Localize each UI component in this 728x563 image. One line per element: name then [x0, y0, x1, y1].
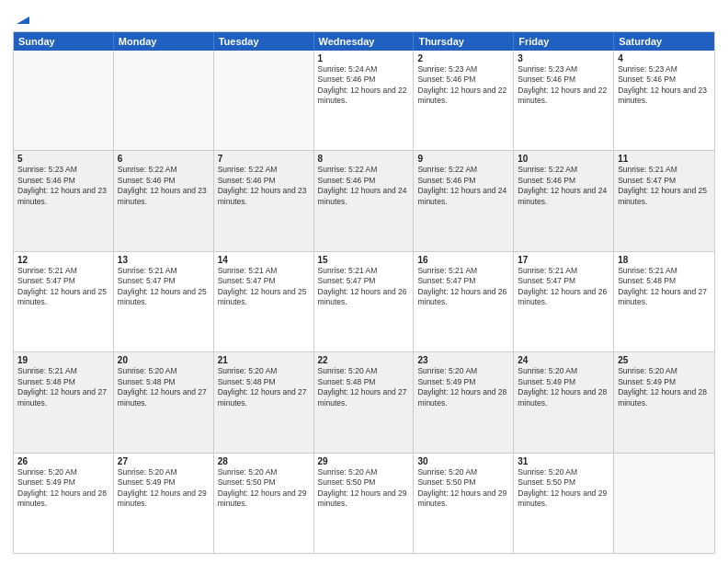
cell-info: Sunrise: 5:20 AMSunset: 5:48 PMDaylight:…: [318, 366, 410, 408]
calendar-cell: 2Sunrise: 5:23 AMSunset: 5:46 PMDaylight…: [414, 51, 514, 150]
day-number: 27: [118, 456, 210, 466]
cell-info: Sunrise: 5:20 AMSunset: 5:50 PMDaylight:…: [318, 467, 410, 510]
calendar-cell: 10Sunrise: 5:22 AMSunset: 5:46 PMDayligh…: [514, 151, 614, 250]
day-number: 30: [417, 456, 509, 466]
calendar-cell: 17Sunrise: 5:21 AMSunset: 5:47 PMDayligh…: [514, 252, 614, 351]
day-number: 15: [318, 255, 410, 265]
header-day-tuesday: Tuesday: [214, 32, 314, 51]
cell-info: Sunrise: 5:20 AMSunset: 5:49 PMDaylight:…: [118, 467, 210, 510]
day-number: 26: [17, 456, 109, 466]
header-day-sunday: Sunday: [14, 32, 114, 51]
cell-info: Sunrise: 5:23 AMSunset: 5:46 PMDaylight:…: [518, 64, 609, 107]
calendar-cell: 9Sunrise: 5:22 AMSunset: 5:46 PMDaylight…: [414, 151, 514, 250]
cell-info: Sunrise: 5:23 AMSunset: 5:46 PMDaylight:…: [417, 64, 509, 107]
day-number: 16: [417, 255, 509, 265]
calendar-cell: 18Sunrise: 5:21 AMSunset: 5:48 PMDayligh…: [614, 252, 714, 351]
calendar-cell: 5Sunrise: 5:23 AMSunset: 5:46 PMDaylight…: [14, 151, 114, 250]
day-number: 5: [17, 154, 109, 164]
calendar-cell: 6Sunrise: 5:22 AMSunset: 5:46 PMDaylight…: [114, 151, 214, 250]
calendar-cell: 21Sunrise: 5:20 AMSunset: 5:48 PMDayligh…: [214, 352, 314, 452]
calendar-cell: 28Sunrise: 5:20 AMSunset: 5:50 PMDayligh…: [214, 454, 314, 553]
day-number: 12: [17, 255, 109, 265]
calendar-body: 1Sunrise: 5:24 AMSunset: 5:46 PMDaylight…: [14, 51, 714, 553]
calendar-row-2: 5Sunrise: 5:23 AMSunset: 5:46 PMDaylight…: [14, 150, 714, 250]
calendar-cell: 7Sunrise: 5:22 AMSunset: 5:46 PMDaylight…: [214, 151, 314, 250]
calendar-cell: 27Sunrise: 5:20 AMSunset: 5:49 PMDayligh…: [114, 454, 214, 553]
calendar-cell: 3Sunrise: 5:23 AMSunset: 5:46 PMDaylight…: [514, 51, 614, 150]
header-day-monday: Monday: [114, 32, 214, 51]
cell-info: Sunrise: 5:22 AMSunset: 5:46 PMDaylight:…: [318, 165, 410, 207]
day-number: 25: [618, 355, 711, 365]
page: SundayMondayTuesdayWednesdayThursdayFrid…: [0, 0, 728, 563]
cell-info: Sunrise: 5:21 AMSunset: 5:48 PMDaylight:…: [618, 266, 711, 308]
cell-info: Sunrise: 5:21 AMSunset: 5:48 PMDaylight:…: [17, 366, 109, 408]
day-number: 2: [417, 53, 509, 63]
day-number: 13: [118, 255, 210, 265]
cell-info: Sunrise: 5:20 AMSunset: 5:50 PMDaylight:…: [218, 467, 310, 510]
logo: [13, 9, 31, 26]
cell-info: Sunrise: 5:21 AMSunset: 5:47 PMDaylight:…: [218, 266, 310, 308]
calendar-cell: 19Sunrise: 5:21 AMSunset: 5:48 PMDayligh…: [14, 352, 114, 452]
cell-info: Sunrise: 5:23 AMSunset: 5:46 PMDaylight:…: [618, 64, 711, 107]
svg-marker-0: [17, 17, 29, 24]
day-number: 7: [218, 154, 310, 164]
calendar-cell: 14Sunrise: 5:21 AMSunset: 5:47 PMDayligh…: [214, 252, 314, 351]
day-number: 17: [518, 255, 609, 265]
cell-info: Sunrise: 5:23 AMSunset: 5:46 PMDaylight:…: [17, 165, 109, 207]
day-number: 23: [417, 355, 509, 365]
calendar-cell: 25Sunrise: 5:20 AMSunset: 5:49 PMDayligh…: [614, 352, 714, 452]
day-number: 14: [218, 255, 310, 265]
calendar-cell: [14, 51, 114, 150]
cell-info: Sunrise: 5:20 AMSunset: 5:48 PMDaylight:…: [118, 366, 210, 408]
cell-info: Sunrise: 5:20 AMSunset: 5:49 PMDaylight:…: [417, 366, 509, 408]
day-number: 4: [618, 53, 711, 63]
day-number: 8: [318, 154, 410, 164]
calendar-cell: 16Sunrise: 5:21 AMSunset: 5:47 PMDayligh…: [414, 252, 514, 351]
calendar-row-5: 26Sunrise: 5:20 AMSunset: 5:49 PMDayligh…: [14, 453, 714, 553]
cell-info: Sunrise: 5:21 AMSunset: 5:47 PMDaylight:…: [417, 266, 509, 308]
calendar-cell: 20Sunrise: 5:20 AMSunset: 5:48 PMDayligh…: [114, 352, 214, 452]
cell-info: Sunrise: 5:24 AMSunset: 5:46 PMDaylight:…: [318, 64, 410, 107]
cell-info: Sunrise: 5:20 AMSunset: 5:49 PMDaylight:…: [618, 366, 711, 408]
calendar-cell: 31Sunrise: 5:20 AMSunset: 5:50 PMDayligh…: [514, 454, 614, 553]
calendar-cell: [214, 51, 314, 150]
calendar-cell: 13Sunrise: 5:21 AMSunset: 5:47 PMDayligh…: [114, 252, 214, 351]
day-number: 9: [417, 154, 509, 164]
cell-info: Sunrise: 5:21 AMSunset: 5:47 PMDaylight:…: [318, 266, 410, 308]
day-number: 6: [118, 154, 210, 164]
calendar-header: SundayMondayTuesdayWednesdayThursdayFrid…: [14, 32, 714, 51]
header-day-friday: Friday: [514, 32, 614, 51]
day-number: 3: [518, 53, 609, 63]
calendar-cell: 15Sunrise: 5:21 AMSunset: 5:47 PMDayligh…: [314, 252, 415, 351]
calendar-cell: 30Sunrise: 5:20 AMSunset: 5:50 PMDayligh…: [414, 454, 514, 553]
cell-info: Sunrise: 5:22 AMSunset: 5:46 PMDaylight:…: [417, 165, 509, 207]
calendar-cell: 22Sunrise: 5:20 AMSunset: 5:48 PMDayligh…: [314, 352, 415, 452]
calendar-cell: 11Sunrise: 5:21 AMSunset: 5:47 PMDayligh…: [614, 151, 714, 250]
calendar-cell: [114, 51, 214, 150]
day-number: 19: [17, 355, 109, 365]
calendar-row-3: 12Sunrise: 5:21 AMSunset: 5:47 PMDayligh…: [14, 251, 714, 351]
cell-info: Sunrise: 5:22 AMSunset: 5:46 PMDaylight:…: [518, 165, 609, 207]
day-number: 21: [218, 355, 310, 365]
logo-triangle-icon: [15, 9, 31, 26]
calendar-cell: 29Sunrise: 5:20 AMSunset: 5:50 PMDayligh…: [314, 454, 415, 553]
day-number: 22: [318, 355, 410, 365]
header-day-wednesday: Wednesday: [314, 32, 415, 51]
day-number: 18: [618, 255, 711, 265]
day-number: 31: [518, 456, 609, 466]
calendar-cell: 8Sunrise: 5:22 AMSunset: 5:46 PMDaylight…: [314, 151, 415, 250]
calendar-cell: 24Sunrise: 5:20 AMSunset: 5:49 PMDayligh…: [514, 352, 614, 452]
day-number: 20: [118, 355, 210, 365]
cell-info: Sunrise: 5:20 AMSunset: 5:48 PMDaylight:…: [218, 366, 310, 408]
day-number: 10: [518, 154, 609, 164]
calendar-cell: [614, 454, 714, 553]
cell-info: Sunrise: 5:20 AMSunset: 5:49 PMDaylight:…: [518, 366, 609, 408]
cell-info: Sunrise: 5:21 AMSunset: 5:47 PMDaylight:…: [17, 266, 109, 308]
cell-info: Sunrise: 5:21 AMSunset: 5:47 PMDaylight:…: [118, 266, 210, 308]
cell-info: Sunrise: 5:22 AMSunset: 5:46 PMDaylight:…: [118, 165, 210, 207]
cell-info: Sunrise: 5:20 AMSunset: 5:50 PMDaylight:…: [417, 467, 509, 510]
day-number: 24: [518, 355, 609, 365]
header-day-saturday: Saturday: [614, 32, 714, 51]
cell-info: Sunrise: 5:20 AMSunset: 5:49 PMDaylight:…: [17, 467, 109, 510]
cell-info: Sunrise: 5:21 AMSunset: 5:47 PMDaylight:…: [518, 266, 609, 308]
